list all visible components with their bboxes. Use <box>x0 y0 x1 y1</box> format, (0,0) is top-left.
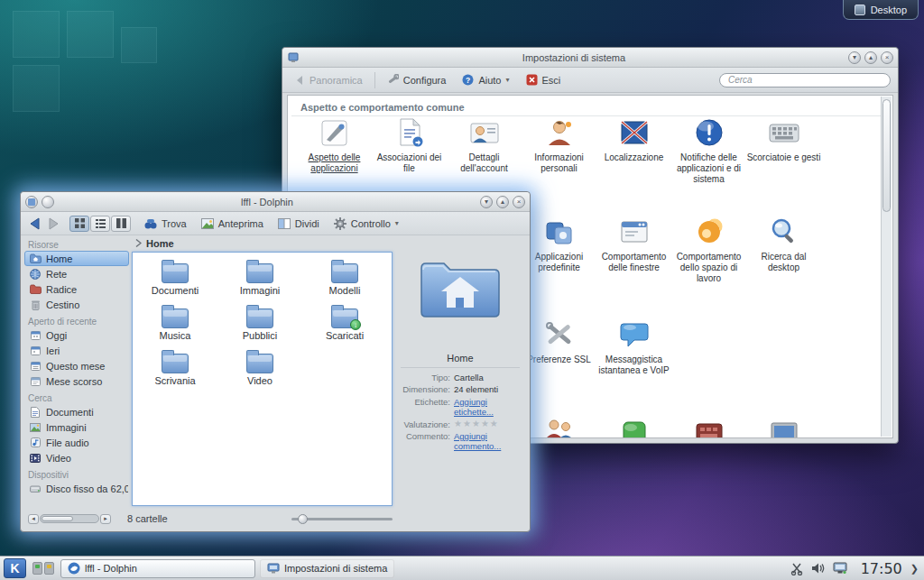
minimize-button[interactable]: ▾ <box>480 196 493 208</box>
overview-button[interactable]: Panoramica <box>290 73 367 87</box>
scroll-thumb[interactable] <box>42 516 73 521</box>
device-disco-fisso[interactable]: Disco fisso da 62,0 Gi <box>24 481 129 496</box>
maximize-button[interactable]: ▴ <box>496 196 509 208</box>
place-rete[interactable]: Rete <box>24 266 129 281</box>
klipper-scissors-icon[interactable] <box>790 562 804 575</box>
add-tags-link[interactable]: Aggiungi etichette... <box>454 397 522 418</box>
folder-item[interactable]: Video <box>217 354 302 396</box>
folder-item[interactable]: ↓Scaricati <box>302 308 387 351</box>
quit-icon <box>526 74 538 86</box>
module-ricerca-desktop[interactable]: Ricerca dal desktop <box>746 215 821 283</box>
pin-button[interactable] <box>42 196 54 208</box>
details-view-button[interactable] <box>90 216 110 232</box>
module-dettagli-account[interactable]: Dettagli dell'account <box>447 115 522 184</box>
clock[interactable]: 17:50 <box>861 560 902 577</box>
breadcrumb[interactable]: Home <box>130 235 394 251</box>
account-details-icon <box>467 115 503 150</box>
icons-view-button[interactable] <box>69 216 89 232</box>
folder-item[interactable]: Modelli <box>302 263 387 306</box>
dolphin-titlebar[interactable]: lffl - Dolphin ▾ ▴ × <box>21 192 530 212</box>
module-comportamento-finestre[interactable]: Comportamento delle finestre <box>596 215 671 283</box>
taskbar: K lffl - Dolphin Impostazioni di sistema… <box>0 556 924 580</box>
minimize-button[interactable]: ▾ <box>848 51 861 64</box>
place-radice[interactable]: Radice <box>24 281 129 297</box>
slider-handle[interactable] <box>298 514 308 524</box>
dolphin-main: Home Documenti Immagini Modelli Musica P… <box>130 235 394 506</box>
place-ieri[interactable]: Ieri <box>24 343 129 358</box>
module-partial-1[interactable] <box>522 417 596 438</box>
back-button[interactable] <box>28 217 42 230</box>
find-button[interactable]: Trova <box>140 216 191 231</box>
module-comportamento-spazio-lavoro[interactable]: Comportamento dello spazio di lavoro <box>671 215 746 283</box>
breadcrumb-home[interactable]: Home <box>146 238 174 249</box>
taskbar-entry-systemsettings[interactable]: Impostazioni di sistema <box>260 559 394 578</box>
maximize-button[interactable]: ▴ <box>864 51 877 64</box>
close-button[interactable]: × <box>513 196 525 208</box>
settings-scrollbar[interactable] <box>881 97 892 437</box>
info-label: Dimensione: <box>398 384 450 394</box>
folder-item[interactable]: Pubblici <box>217 308 302 351</box>
desktop[interactable]: Desktop Impostazioni di sistema ▾ ▴ × Pa… <box>0 0 924 580</box>
forward-button[interactable] <box>47 217 60 230</box>
module-scorciatoie[interactable]: Scorciatoie e gesti <box>746 115 821 184</box>
module-preferenze-ssl[interactable]: Preferenze SSL <box>522 318 596 376</box>
scroll-right-arrow[interactable]: ▸ <box>100 514 111 524</box>
module-applicazioni-predefinite[interactable]: Applicazioni predefinite <box>522 215 596 283</box>
folder-item[interactable]: Musica <box>133 308 217 351</box>
place-mese-scorso[interactable]: Mese scorso <box>24 373 129 389</box>
volume-icon[interactable] <box>811 562 826 575</box>
module-informazioni-personali[interactable]: Informazioni personali <box>522 115 596 184</box>
panel-expander-icon[interactable]: ❯ <box>910 563 919 575</box>
document-icon <box>29 406 42 418</box>
add-comment-link[interactable]: Aggiungi commento... <box>454 431 513 452</box>
preview-button[interactable]: Anteprima <box>197 216 268 231</box>
module-notifiche[interactable]: Notifiche delle applicazioni e di sistem… <box>671 115 746 184</box>
taskbar-entry-dolphin[interactable]: lffl - Dolphin <box>60 559 255 578</box>
display-network-icon[interactable] <box>833 562 847 575</box>
folder-icon <box>331 263 358 283</box>
folder-item[interactable]: Immagini <box>217 263 302 306</box>
place-questo-mese[interactable]: Questo mese <box>24 358 129 373</box>
pager-desktop-2[interactable] <box>44 562 54 575</box>
quit-button[interactable]: Esci <box>522 72 566 87</box>
module-partial-4[interactable] <box>746 417 821 438</box>
module-partial-2[interactable] <box>596 417 671 438</box>
calendar-yesterday-icon <box>29 345 42 356</box>
search-input[interactable] <box>719 73 891 87</box>
help-button[interactable]: ? Aiuto ▾ <box>457 72 513 87</box>
desktop-toolbox[interactable]: Desktop <box>843 0 919 20</box>
kickoff-launcher-button[interactable]: K <box>4 558 26 578</box>
module-partial-3[interactable] <box>671 417 746 438</box>
search-immagini[interactable]: Immagini <box>24 419 129 435</box>
places-horizontal-scrollbar[interactable]: ◂ ▸ <box>28 513 111 524</box>
folder-view[interactable]: Documenti Immagini Modelli Musica Pubbli… <box>132 252 393 506</box>
close-button[interactable]: × <box>881 51 893 64</box>
search-file-audio[interactable]: File audio <box>24 435 129 450</box>
settings-titlebar[interactable]: Impostazioni di sistema ▾ ▴ × <box>282 48 898 68</box>
icons-view-icon <box>75 218 85 228</box>
pager-desktop-1[interactable] <box>32 562 42 575</box>
module-localizzazione[interactable]: Localizzazione <box>596 115 671 184</box>
folder-item[interactable]: Scrivania <box>133 354 217 396</box>
module-messaggistica[interactable]: Messaggistica istantanea e VoIP <box>596 318 671 376</box>
folder-item[interactable]: Documenti <box>133 263 217 306</box>
module-associazioni-file[interactable]: Associazioni dei file <box>372 115 447 184</box>
columns-view-button[interactable] <box>111 216 131 232</box>
place-home[interactable]: Home <box>24 251 129 266</box>
window-menu-button[interactable] <box>25 196 38 208</box>
control-button[interactable]: Controllo ▾ <box>329 216 403 232</box>
search-documenti[interactable]: Documenti <box>24 404 129 419</box>
scroll-track[interactable] <box>40 514 99 523</box>
configure-button[interactable]: Configura <box>383 72 451 87</box>
zoom-slider[interactable] <box>291 513 393 525</box>
task-label: lffl - Dolphin <box>85 563 137 574</box>
pager-icon[interactable] <box>31 562 56 575</box>
scroll-left-arrow[interactable]: ◂ <box>28 514 39 524</box>
module-aspetto-applicazioni[interactable]: Aspetto delle applicazioni <box>297 115 372 184</box>
place-cestino[interactable]: Cestino <box>24 297 129 312</box>
rating-stars[interactable]: ★★★★★ <box>454 419 499 429</box>
scrollbar-thumb[interactable] <box>882 99 891 212</box>
search-video[interactable]: Video <box>24 450 129 465</box>
split-button[interactable]: Dividi <box>273 216 324 231</box>
place-oggi[interactable]: Oggi <box>24 327 129 343</box>
